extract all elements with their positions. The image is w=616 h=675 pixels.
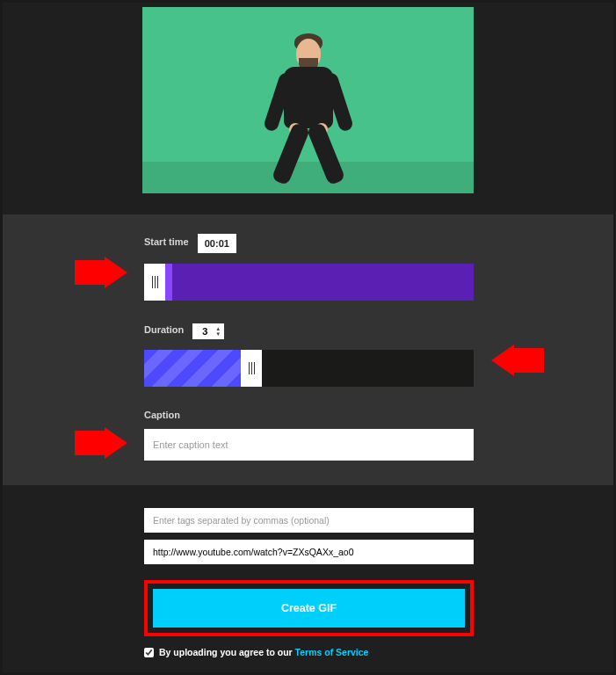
tags-input[interactable] — [144, 508, 474, 533]
annotation-arrow-icon — [75, 427, 127, 459]
video-preview[interactable] — [142, 7, 474, 193]
video-preview-section — [3, 3, 613, 193]
controls-panel: Start time 00:01 Duration 3 ▲▼ — [3, 214, 613, 485]
svg-marker-2 — [75, 427, 127, 459]
stepper-arrows-icon[interactable]: ▲▼ — [215, 326, 221, 337]
submit-panel: Create GIF By uploading you agree to our… — [3, 485, 613, 657]
caption-label: Caption — [144, 410, 474, 420]
annotation-highlight-box: Create GIF — [144, 580, 474, 636]
duration-label: Duration — [144, 324, 184, 335]
duration-value: 3 — [199, 326, 210, 337]
duration-slider-handle[interactable] — [241, 350, 262, 387]
start-time-value[interactable]: 00:01 — [198, 234, 236, 253]
annotation-arrow-icon — [75, 257, 127, 288]
create-gif-button[interactable]: Create GIF — [153, 589, 465, 628]
terms-of-service-link[interactable]: Terms of Service — [295, 647, 369, 657]
start-time-slider-handle[interactable] — [144, 264, 165, 301]
source-url-input[interactable] — [144, 540, 474, 564]
agree-terms-checkbox[interactable] — [144, 648, 154, 657]
start-time-label: Start time — [144, 236, 189, 247]
duration-stepper[interactable]: 3 ▲▼ — [192, 323, 224, 339]
duration-slider[interactable] — [144, 350, 474, 387]
caption-input[interactable] — [144, 429, 474, 461]
svg-marker-1 — [491, 345, 544, 376]
svg-marker-0 — [75, 257, 127, 288]
annotation-arrow-icon — [491, 345, 544, 376]
start-time-slider[interactable] — [144, 264, 474, 301]
agree-terms-text: By uploading you agree to our Terms of S… — [159, 647, 368, 657]
